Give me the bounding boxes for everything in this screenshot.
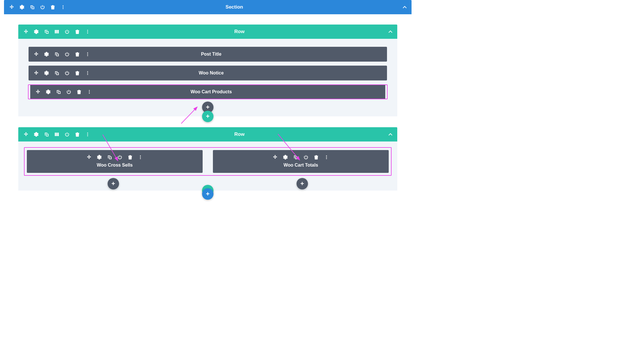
trash-icon[interactable] — [75, 132, 80, 137]
row-block-2: Row — [18, 127, 397, 191]
gear-icon[interactable] — [44, 52, 49, 57]
add-module-button[interactable]: + — [297, 178, 308, 189]
duplicate-icon[interactable] — [44, 29, 49, 34]
more-icon[interactable] — [87, 89, 92, 94]
power-icon[interactable] — [64, 132, 70, 137]
module-title: Woo Notice — [95, 70, 327, 76]
power-icon[interactable] — [40, 5, 45, 10]
more-icon[interactable] — [85, 132, 90, 137]
module-toolbar — [29, 70, 95, 76]
module-toolbar — [29, 52, 95, 57]
row-collapse-button[interactable] — [384, 25, 397, 39]
power-icon[interactable] — [64, 70, 70, 76]
move-icon[interactable] — [35, 89, 41, 94]
more-icon[interactable] — [61, 5, 66, 10]
gear-icon[interactable] — [44, 70, 49, 76]
gear-icon[interactable] — [283, 155, 288, 160]
columns-icon[interactable] — [54, 29, 59, 34]
more-icon[interactable] — [85, 29, 90, 34]
module-toolbar — [86, 155, 143, 160]
module-title: Woo Cart Products — [97, 89, 325, 94]
module-title: Post Title — [95, 52, 327, 57]
power-icon[interactable] — [303, 155, 309, 160]
section-collapse-button[interactable] — [398, 0, 412, 14]
trash-icon[interactable] — [128, 155, 133, 160]
row-toolbar — [18, 132, 95, 137]
module-woo-cart-products[interactable]: Woo Cart Products — [30, 84, 385, 99]
row-title: Row — [95, 29, 384, 35]
duplicate-icon[interactable] — [44, 132, 49, 137]
module-toolbar — [273, 155, 329, 160]
row-collapse-button[interactable] — [384, 127, 397, 141]
add-section-button[interactable]: + — [202, 188, 213, 200]
add-row-button[interactable]: + — [202, 111, 213, 122]
more-icon[interactable] — [324, 155, 329, 160]
move-icon[interactable] — [9, 5, 14, 10]
module-post-title[interactable]: Post Title — [29, 47, 387, 62]
section-header: Section — [4, 0, 412, 14]
move-icon[interactable] — [34, 52, 39, 57]
row-title: Row — [95, 132, 384, 137]
move-icon[interactable] — [34, 70, 39, 76]
module-toolbar — [30, 89, 97, 94]
power-icon[interactable] — [64, 52, 70, 57]
columns-icon[interactable] — [54, 132, 59, 137]
power-icon[interactable] — [64, 29, 70, 34]
module-woo-cross-sells[interactable]: Woo Cross Sells — [27, 150, 203, 173]
module-title: Woo Cross Sells — [97, 163, 133, 168]
move-icon[interactable] — [273, 155, 278, 160]
duplicate-icon[interactable] — [56, 89, 61, 94]
gear-icon[interactable] — [97, 155, 102, 160]
row-body: Post Title Woo Notice — [18, 39, 397, 116]
duplicate-icon[interactable] — [293, 155, 298, 160]
power-icon[interactable] — [117, 155, 122, 160]
trash-icon[interactable] — [50, 5, 55, 10]
move-icon[interactable] — [23, 29, 29, 34]
move-icon[interactable] — [86, 155, 92, 160]
gear-icon[interactable] — [34, 29, 39, 34]
row-block-1: Row Post Title — [18, 25, 397, 116]
trash-icon[interactable] — [75, 70, 80, 76]
more-icon[interactable] — [85, 52, 90, 57]
duplicate-icon[interactable] — [54, 70, 59, 76]
module-woo-notice[interactable]: Woo Notice — [29, 66, 387, 80]
trash-icon[interactable] — [75, 52, 80, 57]
add-module-button[interactable]: + — [108, 178, 119, 189]
row-body: Woo Cross Sells — [18, 141, 397, 191]
duplicate-icon[interactable] — [54, 52, 59, 57]
trash-icon[interactable] — [76, 89, 82, 94]
module-woo-cart-totals[interactable]: Woo Cart Totals — [213, 150, 389, 173]
row-header: Row — [18, 25, 397, 39]
gear-icon[interactable] — [34, 132, 39, 137]
gear-icon[interactable] — [19, 5, 25, 10]
duplicate-icon[interactable] — [107, 155, 112, 160]
trash-icon[interactable] — [75, 29, 80, 34]
move-icon[interactable] — [23, 132, 29, 137]
power-icon[interactable] — [66, 89, 71, 94]
section-body: Row Post Title — [4, 14, 412, 195]
trash-icon[interactable] — [314, 155, 319, 160]
row-toolbar — [18, 29, 95, 34]
more-icon[interactable] — [85, 70, 90, 76]
more-icon[interactable] — [138, 155, 143, 160]
module-title: Woo Cart Totals — [283, 163, 318, 168]
gear-icon[interactable] — [46, 89, 51, 94]
section-toolbar — [4, 5, 71, 10]
row-header: Row — [18, 127, 397, 141]
duplicate-icon[interactable] — [30, 5, 35, 10]
section-title: Section — [71, 4, 398, 10]
